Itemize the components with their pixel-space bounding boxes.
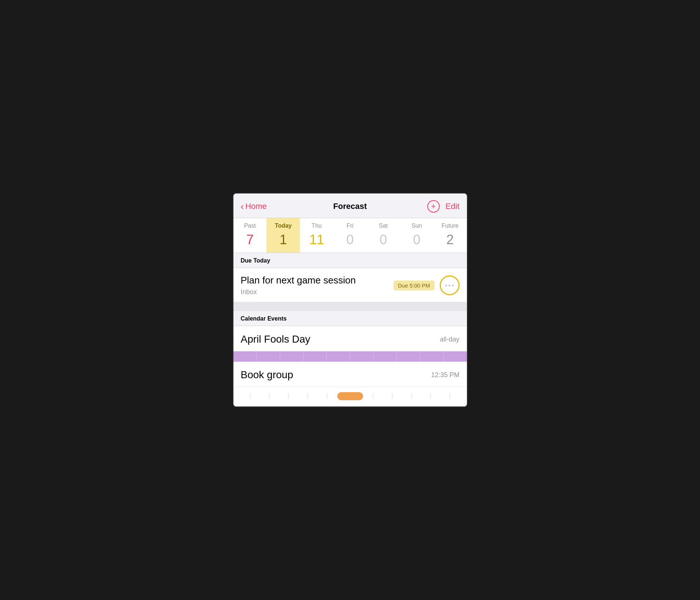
day-col-sun[interactable]: Sun 0 [400, 218, 434, 253]
timeline-bar [233, 351, 467, 362]
tick-6 [364, 393, 383, 399]
day-count-today: 1 [280, 232, 287, 247]
day-col-fri[interactable]: Fri 0 [333, 218, 367, 253]
timeline-seg-5 [327, 351, 350, 362]
scroll-thumb[interactable] [337, 392, 363, 400]
timeline-seg-2 [257, 351, 280, 362]
day-selector: Past 7 Today 1 Thu 11 Fri 0 Sat 0 Sun 0 [233, 218, 467, 253]
event-title-book-group: Book group [241, 369, 293, 381]
add-icon: + [431, 202, 436, 211]
header-actions: + Edit [416, 200, 460, 213]
timeline-seg-1 [233, 351, 257, 362]
tick-10 [440, 393, 459, 399]
task-subtitle: Inbox [241, 288, 393, 296]
day-label-thu: Thu [312, 223, 322, 229]
day-col-today[interactable]: Today 1 [266, 218, 300, 253]
tick-1 [240, 393, 260, 399]
day-label-fri: Fri [347, 223, 353, 229]
day-label-today: Today [275, 223, 292, 229]
tick-3 [279, 393, 298, 399]
timeline-seg-8 [397, 351, 420, 362]
tick-8 [402, 393, 421, 399]
tick-7 [383, 393, 402, 399]
scroll-indicator [241, 392, 460, 400]
due-today-label: Due Today [241, 257, 271, 264]
add-button[interactable]: + [427, 200, 440, 213]
day-col-future[interactable]: Future 2 [434, 218, 467, 253]
task-item[interactable]: Plan for next game session Inbox Due 5:0… [233, 268, 467, 302]
back-nav[interactable]: ‹ Home [241, 202, 285, 211]
event-time-april-fools: all-day [440, 336, 459, 343]
due-today-section-header: Due Today [233, 253, 467, 268]
day-count-future: 2 [446, 232, 454, 247]
back-label[interactable]: Home [245, 202, 267, 211]
timeline-seg-9 [420, 351, 444, 362]
app-frame: ‹ Home Forecast + Edit Past 7 Today 1 Th… [233, 193, 468, 407]
day-label-sat: Sat [379, 223, 388, 229]
header: ‹ Home Forecast + Edit [233, 194, 467, 218]
task-actions: Due 5:00 PM [393, 275, 460, 295]
day-count-past: 7 [246, 232, 254, 247]
timeline-seg-6 [350, 351, 374, 362]
day-col-past[interactable]: Past 7 [233, 218, 267, 253]
timeline-seg-7 [374, 351, 397, 362]
day-label-sun: Sun [411, 223, 422, 229]
day-label-future: Future [442, 223, 458, 229]
section-divider [233, 302, 467, 311]
day-col-thu[interactable]: Thu 11 [300, 218, 333, 253]
tick-5 [317, 393, 336, 399]
day-count-sat: 0 [380, 232, 387, 247]
due-badge: Due 5:00 PM [393, 281, 435, 290]
timeline-seg-10 [444, 351, 467, 362]
timeline-seg-3 [280, 351, 304, 362]
timeline-segments [233, 351, 467, 362]
timeline-seg-4 [304, 351, 327, 362]
edit-button[interactable]: Edit [446, 202, 460, 211]
task-content: Plan for next game session Inbox [241, 275, 393, 296]
event-item-april-fools[interactable]: April Fools Day all-day [233, 326, 467, 351]
event-time-book-group: 12:35 PM [431, 371, 459, 379]
day-count-fri: 0 [346, 232, 353, 247]
task-more-button[interactable] [440, 275, 460, 295]
day-count-thu: 11 [309, 232, 324, 247]
tick-4 [298, 393, 317, 399]
day-count-sun: 0 [413, 232, 420, 247]
calendar-events-section-header: Calendar Events [233, 311, 467, 326]
scroll-indicator-area [233, 387, 467, 406]
more-dots-icon [445, 285, 454, 286]
calendar-events-label: Calendar Events [241, 315, 287, 322]
task-title: Plan for next game session [241, 275, 393, 286]
back-chevron-icon: ‹ [241, 202, 244, 211]
day-label-past: Past [244, 223, 256, 229]
tick-2 [260, 393, 279, 399]
day-col-sat[interactable]: Sat 0 [367, 218, 400, 253]
event-item-book-group[interactable]: Book group 12:35 PM [233, 362, 467, 387]
tick-9 [421, 393, 440, 399]
page-title: Forecast [285, 202, 416, 211]
event-title-april-fools: April Fools Day [241, 333, 311, 345]
